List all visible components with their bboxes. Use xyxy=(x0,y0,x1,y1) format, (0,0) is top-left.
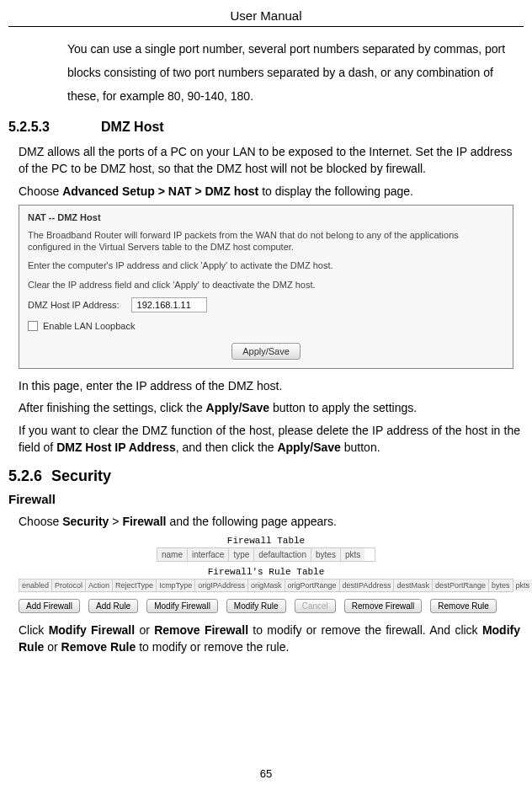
page-header-title: User Manual xyxy=(8,8,524,27)
nav-path-bold: Advanced Setup > NAT > DMZ host xyxy=(62,184,258,198)
rule-col-icmptype: IcmpType xyxy=(157,579,195,591)
cancel-button[interactable]: Cancel xyxy=(295,599,336,613)
remove-rule-button[interactable]: Remove Rule xyxy=(430,599,497,613)
add-firewall-button[interactable]: Add Firewall xyxy=(19,599,80,613)
dmz-host-ip-bold: DMZ Host IP Address xyxy=(56,441,176,454)
firewall-paragraph-1: Choose Security > Firewall and the follo… xyxy=(8,513,524,530)
rule-col-protocol: Protocol xyxy=(52,579,86,591)
ip-address-row: DMZ Host IP Address: xyxy=(28,297,504,312)
text-segment: to display the following page. xyxy=(258,184,413,198)
add-rule-button[interactable]: Add Rule xyxy=(88,599,138,613)
panel-desc-2: Enter the computer's IP address and clic… xyxy=(28,259,504,271)
heading-5-2-6: 5.2.6 Security xyxy=(8,467,524,485)
text-segment: or xyxy=(44,640,61,654)
firewall-rule-table-header: enabled Protocol Action RejectType IcmpT… xyxy=(19,579,513,592)
loopback-checkbox[interactable] xyxy=(28,321,38,331)
page-number: 65 xyxy=(0,767,532,780)
panel-desc-3: Clear the IP address field and click 'Ap… xyxy=(28,279,504,291)
rule-col-enabled: enabled xyxy=(19,579,52,591)
rule-col-origmask: origMask xyxy=(248,579,285,591)
heading-text: Security xyxy=(51,467,111,484)
rule-col-destip: destIPAddress xyxy=(340,579,395,591)
fw-col-name: name xyxy=(157,548,188,561)
text-segment: button. xyxy=(341,441,380,454)
rule-col-origip: origIPAddress xyxy=(195,579,248,591)
rule-col-origportrange: origPortRange xyxy=(285,579,340,591)
heading-5-2-5-3: 5.2.5.3DMZ Host xyxy=(8,120,524,135)
remove-firewall-button[interactable]: Remove Firewall xyxy=(344,599,422,613)
loopback-row: Enable LAN Loopback xyxy=(28,321,504,331)
dmz-ip-input[interactable] xyxy=(131,297,207,312)
fw-col-bytes: bytes xyxy=(311,548,341,561)
fw-col-type: type xyxy=(229,548,254,561)
remove-rule-bold: Remove Rule xyxy=(61,640,136,654)
modify-firewall-bold: Modify Firewall xyxy=(49,623,136,637)
text-segment: button to apply the settings. xyxy=(269,401,417,414)
rule-col-rejecttype: RejectType xyxy=(113,579,157,591)
apply-save-bold: Apply/Save xyxy=(206,401,269,414)
rule-col-bytes: bytes xyxy=(489,579,513,591)
text-segment: Choose xyxy=(19,515,62,528)
text-segment: or xyxy=(135,623,154,637)
dmz-paragraph-4: After finishing the settings, click the … xyxy=(8,399,524,416)
text-segment: to modify or remove the firewall. And cl… xyxy=(248,623,482,637)
panel-title: NAT -- DMZ Host xyxy=(28,212,504,222)
firewall-bold: Firewall xyxy=(122,515,166,528)
apply-save-button[interactable]: Apply/Save xyxy=(231,343,301,360)
text-segment: After finishing the settings, click the xyxy=(19,401,206,414)
intro-paragraph: You can use a single port number, severa… xyxy=(8,37,524,108)
text-segment: and the following page appears. xyxy=(167,515,337,528)
dmz-paragraph-1: DMZ allows all the ports of a PC on your… xyxy=(8,143,524,178)
dmz-host-panel: NAT -- DMZ Host The Broadband Router wil… xyxy=(19,205,513,369)
rule-col-destmask: destMask xyxy=(394,579,433,591)
firewall-panel: Firewall Table name interface type defau… xyxy=(19,536,513,613)
fw-col-pkts: pkts xyxy=(341,548,364,561)
panel-desc-1: The Broadband Router will forward IP pac… xyxy=(28,229,504,254)
ip-address-label: DMZ Host IP Address: xyxy=(28,300,120,310)
fw-col-defaultaction: defaultaction xyxy=(254,548,311,561)
heading-number: 5.2.5.3 xyxy=(8,120,101,135)
apply-save-bold-2: Apply/Save xyxy=(277,441,340,454)
text-segment: > xyxy=(109,515,122,528)
firewall-rule-table-title: Firewall's Rule Table xyxy=(19,567,513,577)
firewall-table-title: Firewall Table xyxy=(19,536,513,546)
text-segment: Choose xyxy=(19,184,62,198)
rule-col-action: Action xyxy=(86,579,113,591)
loopback-label: Enable LAN Loopback xyxy=(43,321,135,331)
heading-firewall: Firewall xyxy=(8,492,524,506)
dmz-paragraph-5: If you want to clear the DMZ function of… xyxy=(8,422,524,457)
firewall-paragraph-2: Click Modify Firewall or Remove Firewall… xyxy=(8,622,524,656)
modify-rule-button[interactable]: Modify Rule xyxy=(226,599,286,613)
firewall-button-row: Add Firewall Add Rule Modify Firewall Mo… xyxy=(19,599,513,613)
dmz-paragraph-3: In this page, enter the IP address of th… xyxy=(8,377,524,394)
modify-firewall-button[interactable]: Modify Firewall xyxy=(146,599,218,613)
firewall-table-header: name interface type defaultaction bytes … xyxy=(157,547,375,562)
text-segment: , and then click the xyxy=(176,441,278,454)
fw-col-interface: interface xyxy=(188,548,229,561)
heading-number: 5.2.6 xyxy=(8,467,42,485)
rule-col-destportrange: destPortRange xyxy=(433,579,489,591)
text-segment: to modify or remove the rule. xyxy=(136,640,289,654)
heading-text: DMZ Host xyxy=(101,120,164,134)
text-segment: Click xyxy=(19,623,49,637)
dmz-paragraph-2: Choose Advanced Setup > NAT > DMZ host t… xyxy=(8,183,524,200)
security-bold: Security xyxy=(62,515,109,528)
remove-firewall-bold: Remove Firewall xyxy=(154,623,248,637)
rule-col-pkts: pkts xyxy=(513,579,532,591)
